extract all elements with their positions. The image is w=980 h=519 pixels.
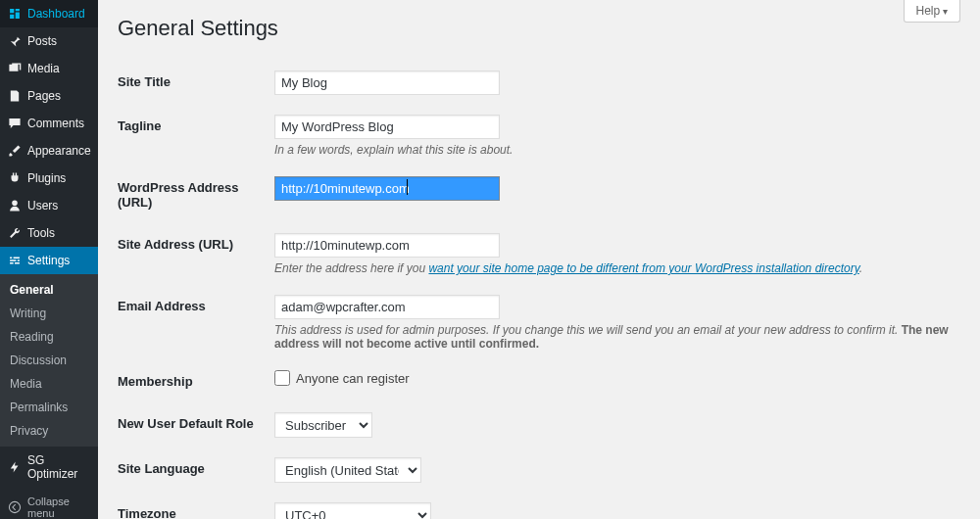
brush-icon xyxy=(8,144,22,158)
timezone-select[interactable]: UTC+0 xyxy=(274,502,431,519)
sidebar-label: Tools xyxy=(27,226,55,240)
collapse-icon xyxy=(8,500,22,514)
sidebar-item-appearance[interactable]: Appearance xyxy=(0,137,98,165)
dashboard-icon xyxy=(8,7,22,21)
label-tagline: Tagline xyxy=(118,105,274,166)
sidebar-label: Settings xyxy=(27,254,70,267)
label-wp-url: WordPress Address (URL) xyxy=(118,166,274,223)
sidebar-label: Comments xyxy=(27,117,84,130)
sidebar-item-users[interactable]: Users xyxy=(0,192,98,219)
sub-item-general[interactable]: General xyxy=(0,278,98,302)
language-select[interactable]: English (United States) xyxy=(274,457,421,483)
help-tab[interactable]: Help xyxy=(904,0,960,23)
label-site-title: Site Title xyxy=(118,61,274,105)
email-desc: This address is used for admin purposes.… xyxy=(274,323,960,351)
wp-url-input[interactable] xyxy=(274,176,500,201)
site-url-help-link[interactable]: want your site home page to be different… xyxy=(428,261,858,275)
svg-point-0 xyxy=(9,501,20,512)
sidebar-label: Users xyxy=(27,199,58,212)
site-url-desc: Enter the address here if you want your … xyxy=(274,261,960,275)
bolt-icon xyxy=(8,460,22,474)
sidebar-item-tools[interactable]: Tools xyxy=(0,219,98,247)
sidebar-item-posts[interactable]: Posts xyxy=(0,27,98,55)
tagline-desc: In a few words, explain what this site i… xyxy=(274,143,960,157)
sidebar-item-dashboard[interactable]: Dashboard xyxy=(0,0,98,27)
media-icon xyxy=(8,62,22,75)
site-title-input[interactable] xyxy=(274,71,500,95)
settings-form: Site Title Tagline In a few words, expla… xyxy=(118,61,960,519)
label-site-url: Site Address (URL) xyxy=(118,223,274,285)
sidebar-label: Appearance xyxy=(27,144,91,158)
main-content: Help General Settings Site Title Tagline… xyxy=(98,0,980,519)
sub-item-privacy[interactable]: Privacy xyxy=(0,419,98,443)
label-default-role: New User Default Role xyxy=(118,402,274,448)
comment-icon xyxy=(8,117,22,130)
membership-checkbox[interactable] xyxy=(274,370,290,386)
sidebar-item-plugins[interactable]: Plugins xyxy=(0,165,98,192)
collapse-menu[interactable]: Collapse menu xyxy=(0,488,98,519)
membership-checkbox-label: Anyone can register xyxy=(296,371,410,386)
sidebar-item-settings[interactable]: Settings xyxy=(0,247,98,274)
sidebar-label: Media xyxy=(27,62,60,75)
sidebar-item-media[interactable]: Media xyxy=(0,55,98,82)
label-membership: Membership xyxy=(118,360,274,402)
label-timezone: Timezone xyxy=(118,493,274,519)
sidebar-label: SG Optimizer xyxy=(27,453,90,481)
page-icon xyxy=(8,89,22,103)
site-url-input[interactable] xyxy=(274,233,500,258)
pin-icon xyxy=(8,34,22,48)
sub-item-permalinks[interactable]: Permalinks xyxy=(0,396,98,419)
label-email: Email Address xyxy=(118,285,274,360)
sidebar-item-comments[interactable]: Comments xyxy=(0,110,98,137)
membership-checkbox-row[interactable]: Anyone can register xyxy=(274,370,960,386)
sidebar-item-pages[interactable]: Pages xyxy=(0,82,98,110)
sub-item-media[interactable]: Media xyxy=(0,372,98,396)
plug-icon xyxy=(8,171,22,185)
sidebar-label: Plugins xyxy=(27,171,66,185)
email-input[interactable] xyxy=(274,295,500,319)
user-icon xyxy=(8,199,22,212)
sub-item-writing[interactable]: Writing xyxy=(0,302,98,325)
sidebar-label: Dashboard xyxy=(27,7,85,21)
sidebar-label: Pages xyxy=(27,89,61,103)
sliders-icon xyxy=(8,254,22,267)
label-language: Site Language xyxy=(118,448,274,493)
sub-item-discussion[interactable]: Discussion xyxy=(0,349,98,372)
admin-sidebar: Dashboard Posts Media Pages Comments App… xyxy=(0,0,98,519)
text-cursor xyxy=(407,179,408,195)
collapse-label: Collapse menu xyxy=(27,495,90,519)
sidebar-item-sgoptimizer[interactable]: SG Optimizer xyxy=(0,447,98,488)
default-role-select[interactable]: Subscriber xyxy=(274,412,372,438)
sidebar-label: Posts xyxy=(27,34,57,48)
page-title: General Settings xyxy=(118,16,960,41)
tagline-input[interactable] xyxy=(274,115,500,139)
sub-item-reading[interactable]: Reading xyxy=(0,325,98,349)
wrench-icon xyxy=(8,226,22,240)
settings-submenu: General Writing Reading Discussion Media… xyxy=(0,274,98,447)
